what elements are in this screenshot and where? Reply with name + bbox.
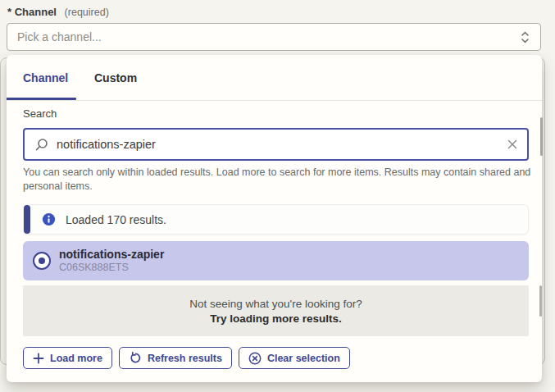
- tab-custom[interactable]: Custom: [94, 71, 137, 84]
- clear-search-icon[interactable]: [507, 139, 517, 149]
- plus-icon: [33, 353, 44, 364]
- alert-text: Loaded 170 results.: [66, 213, 166, 226]
- search-input[interactable]: [57, 138, 499, 151]
- channel-select[interactable]: Pick a channel...: [7, 23, 541, 51]
- field-label-text: Channel: [15, 6, 57, 18]
- refresh-results-button[interactable]: Refresh results: [119, 347, 232, 369]
- radio-dot: [39, 258, 45, 264]
- refresh-icon: [129, 352, 142, 365]
- clear-selection-label: Clear selection: [267, 353, 340, 364]
- select-placeholder: Pick a channel...: [17, 30, 520, 43]
- result-row-notifications-zapier[interactable]: notifications-zapier C06SK888ETS: [23, 241, 529, 280]
- clear-circle-icon: [248, 352, 262, 365]
- tab-channel[interactable]: Channel: [23, 71, 68, 84]
- required-asterisk: *: [7, 6, 11, 18]
- search-box: [23, 128, 529, 161]
- scrollbar-thumb[interactable]: [540, 117, 543, 156]
- result-id: C06SK888ETS: [59, 262, 164, 274]
- magnifier-icon: [34, 138, 48, 152]
- result-name: notifications-zapier: [59, 248, 164, 262]
- alert-accent-bar: [24, 205, 30, 234]
- load-more-button[interactable]: Load more: [23, 347, 112, 369]
- required-note: (required): [65, 7, 109, 18]
- not-seeing-hint: Not seeing what you're looking for? Try …: [23, 285, 529, 336]
- page: { "field": { "asterisk": "*", "label": "…: [0, 0, 555, 392]
- clear-selection-button[interactable]: Clear selection: [239, 347, 350, 369]
- field-label: * Channel (required): [7, 6, 109, 18]
- result-texts: notifications-zapier C06SK888ETS: [59, 248, 164, 274]
- search-label: Search: [23, 107, 57, 120]
- refresh-results-label: Refresh results: [148, 353, 222, 364]
- scrollbar-thumb[interactable]: [539, 285, 542, 317]
- dropdown-actions: Load more Refresh results Clear selectio…: [23, 347, 350, 369]
- radio-selected-icon[interactable]: [33, 252, 51, 270]
- active-tab-underline: [7, 98, 76, 100]
- info-icon: [42, 212, 56, 226]
- loaded-results-alert: Loaded 170 results.: [23, 204, 529, 235]
- tab-divider: [7, 100, 542, 101]
- hint-question: Not seeing what you're looking for?: [189, 298, 362, 310]
- load-more-label: Load more: [50, 353, 102, 364]
- search-helper-text: You can search only within loaded result…: [23, 166, 531, 194]
- chevron-up-down-icon: [520, 30, 530, 44]
- channel-dropdown-panel: Channel Custom Search You can search onl…: [7, 55, 542, 382]
- hint-suggestion: Try loading more results.: [210, 312, 342, 325]
